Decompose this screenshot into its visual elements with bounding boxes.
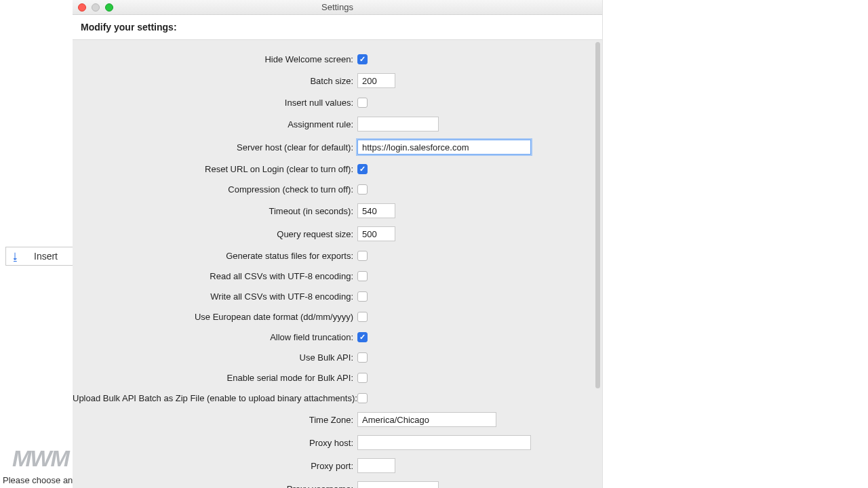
label-euro_date: Use European date format (dd/mm/yyyy) — [73, 312, 357, 322]
setting-row-time_zone: Time Zone: — [73, 411, 594, 428]
setting-row-reset_url: Reset URL on Login (clear to turn off): — [73, 162, 594, 176]
checkbox-compression[interactable] — [357, 184, 368, 195]
setting-row-field_truncation: Allow field truncation: — [73, 330, 594, 344]
scrollbar-thumb[interactable] — [595, 42, 600, 388]
settings-window: Settings Modify your settings: Hide Welc… — [73, 0, 603, 488]
setting-row-hide_welcome: Hide Welcome screen: — [73, 52, 594, 66]
control-wrap-write_utf8 — [357, 291, 594, 302]
setting-row-gen_status_files: Generate status files for exports: — [73, 249, 594, 262]
setting-row-use_bulk_api: Use Bulk API: — [73, 350, 594, 364]
label-proxy_port: Proxy port: — [73, 461, 357, 471]
control-wrap-hide_welcome — [357, 54, 594, 64]
titlebar: Settings — [73, 0, 602, 15]
checkbox-insert_null[interactable] — [357, 98, 368, 108]
setting-row-proxy_username: Proxy username: — [73, 481, 594, 488]
checkbox-serial_bulk[interactable] — [357, 373, 368, 383]
setting-row-bulk_zip: Upload Bulk API Batch as Zip File (enabl… — [73, 391, 594, 405]
control-wrap-euro_date — [357, 312, 594, 322]
checkbox-write_utf8[interactable] — [357, 291, 368, 302]
setting-row-euro_date: Use European date format (dd/mm/yyyy) — [73, 310, 594, 323]
input-timeout[interactable] — [357, 203, 395, 218]
input-proxy_port[interactable] — [357, 458, 395, 473]
checkbox-field_truncation[interactable] — [357, 332, 368, 342]
insert-button-label: Insert — [34, 251, 58, 262]
label-write_utf8: Write all CSVs with UTF-8 encoding: — [73, 291, 357, 302]
label-use_bulk_api: Use Bulk API: — [73, 352, 357, 363]
window-title: Settings — [73, 2, 602, 12]
setting-row-assignment_rule: Assignment rule: — [73, 116, 594, 132]
label-assignment_rule: Assignment rule: — [73, 119, 357, 129]
control-wrap-timeout — [357, 203, 594, 218]
label-gen_status_files: Generate status files for exports: — [73, 251, 357, 261]
label-field_truncation: Allow field truncation: — [73, 332, 357, 342]
input-batch_size[interactable] — [357, 73, 395, 88]
control-wrap-time_zone — [357, 412, 594, 427]
checkbox-euro_date[interactable] — [357, 312, 368, 322]
setting-row-proxy_host: Proxy host: — [73, 434, 594, 451]
setting-row-query_request_size: Query request size: — [73, 226, 594, 242]
input-server_host[interactable] — [357, 140, 531, 155]
status-text: Please choose an — [3, 475, 73, 485]
control-wrap-field_truncation — [357, 332, 594, 342]
checkbox-reset_url[interactable] — [357, 164, 368, 174]
setting-row-write_utf8: Write all CSVs with UTF-8 encoding: — [73, 289, 594, 303]
control-wrap-use_bulk_api — [357, 352, 594, 363]
scrollbar[interactable] — [595, 42, 600, 486]
setting-row-serial_bulk: Enable serial mode for Bulk API: — [73, 371, 594, 384]
label-insert_null: Insert null values: — [73, 98, 357, 108]
label-compression: Compression (check to turn off): — [73, 184, 357, 195]
control-wrap-insert_null — [357, 98, 594, 108]
input-query_request_size[interactable] — [357, 226, 395, 241]
control-wrap-bulk_zip — [357, 393, 594, 403]
control-wrap-assignment_rule — [357, 117, 594, 131]
app-root: ⭳ Insert MWM Please choose an Settings M… — [0, 0, 868, 488]
checkbox-read_utf8[interactable] — [357, 271, 368, 281]
checkbox-gen_status_files[interactable] — [357, 251, 368, 261]
input-proxy_host[interactable] — [357, 435, 531, 450]
label-query_request_size: Query request size: — [73, 229, 357, 239]
control-wrap-proxy_host — [357, 435, 594, 450]
checkbox-use_bulk_api[interactable] — [357, 352, 368, 363]
control-wrap-query_request_size — [357, 226, 594, 241]
control-wrap-gen_status_files — [357, 251, 594, 261]
setting-row-timeout: Timeout (in seconds): — [73, 203, 594, 219]
control-wrap-proxy_port — [357, 458, 594, 473]
input-time_zone[interactable] — [357, 412, 496, 427]
label-batch_size: Batch size: — [73, 76, 357, 86]
label-hide_welcome: Hide Welcome screen: — [73, 54, 357, 64]
control-wrap-compression — [357, 184, 594, 195]
label-time_zone: Time Zone: — [73, 415, 357, 425]
setting-row-read_utf8: Read all CSVs with UTF-8 encoding: — [73, 269, 594, 283]
input-assignment_rule[interactable] — [357, 117, 439, 131]
control-wrap-read_utf8 — [357, 271, 594, 281]
checkbox-bulk_zip[interactable] — [357, 393, 368, 403]
checkbox-hide_welcome[interactable] — [357, 54, 368, 64]
page-title: Modify your settings: — [73, 15, 602, 40]
download-icon: ⭳ — [10, 251, 20, 262]
setting-row-server_host: Server host (clear for default): — [73, 139, 594, 155]
control-wrap-batch_size — [357, 73, 594, 88]
label-proxy_host: Proxy host: — [73, 438, 357, 448]
control-wrap-reset_url — [357, 164, 594, 174]
setting-row-batch_size: Batch size: — [73, 73, 594, 89]
label-timeout: Timeout (in seconds): — [73, 206, 357, 216]
input-proxy_username[interactable] — [357, 481, 439, 488]
setting-row-insert_null: Insert null values: — [73, 96, 594, 109]
control-wrap-serial_bulk — [357, 373, 594, 383]
control-wrap-server_host — [357, 140, 594, 155]
form-rows: Hide Welcome screen:Batch size:Insert nu… — [73, 40, 594, 488]
control-wrap-proxy_username — [357, 481, 594, 488]
label-read_utf8: Read all CSVs with UTF-8 encoding: — [73, 271, 357, 281]
label-server_host: Server host (clear for default): — [73, 142, 357, 152]
label-bulk_zip: Upload Bulk API Batch as Zip File (enabl… — [73, 393, 357, 403]
setting-row-proxy_port: Proxy port: — [73, 458, 594, 474]
watermark-logo: MWM — [12, 445, 68, 472]
form-area: Hide Welcome screen:Batch size:Insert nu… — [73, 40, 602, 488]
label-reset_url: Reset URL on Login (clear to turn off): — [73, 164, 357, 174]
label-proxy_username: Proxy username: — [73, 484, 357, 489]
label-serial_bulk: Enable serial mode for Bulk API: — [73, 373, 357, 383]
setting-row-compression: Compression (check to turn off): — [73, 182, 594, 196]
